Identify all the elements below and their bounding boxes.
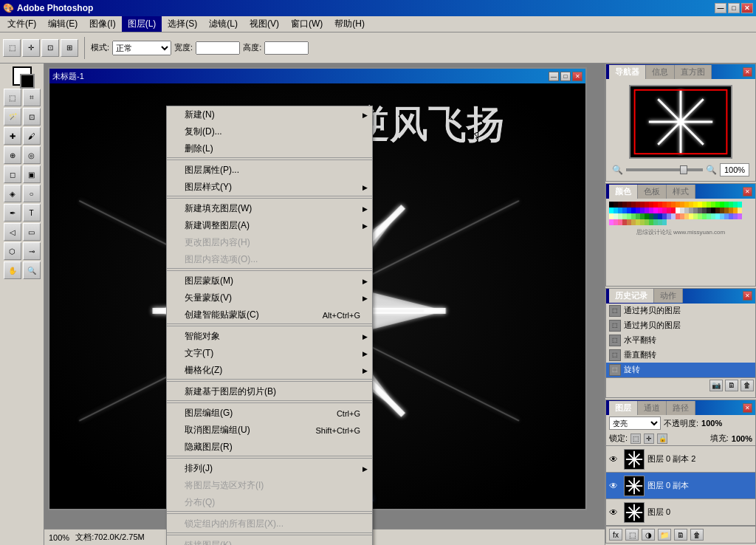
layer-mask-btn[interactable]: ⬚	[625, 529, 639, 541]
menu-file[interactable]: 文件(F)	[1, 16, 42, 32]
tab-actions[interactable]: 动作	[654, 289, 683, 303]
tool-text[interactable]: T	[23, 204, 41, 222]
lock-pos-btn[interactable]: ✛	[644, 433, 654, 444]
doc-minimize[interactable]: —	[549, 72, 559, 81]
history-delete-btn[interactable]: 🗑	[740, 380, 754, 391]
layer-new-btn[interactable]: 🗎	[674, 529, 687, 541]
menu-smart-object[interactable]: 智能对象	[167, 328, 372, 345]
menu-create-clipping[interactable]: 创建智能贴蒙版(C)Alt+Ctrl+G	[167, 306, 372, 323]
lock-pixels-btn[interactable]: ⬚	[630, 433, 641, 444]
layer-delete-btn[interactable]: 🗑	[690, 529, 704, 541]
tool-3d[interactable]: ⬡	[4, 242, 21, 260]
layer-group-btn[interactable]: 📁	[658, 529, 671, 541]
layer-row-2[interactable]: 👁 图层 0 副本	[606, 473, 755, 499]
menu-window[interactable]: 窗口(W)	[285, 16, 329, 32]
layer-adj-btn[interactable]: ◑	[642, 529, 655, 541]
menu-filter[interactable]: 滤镜(L)	[203, 16, 244, 32]
layer-eye-2[interactable]: 👁	[609, 481, 621, 491]
tab-swatches[interactable]: 色板	[638, 185, 667, 199]
tab-info[interactable]: 信息	[646, 65, 675, 79]
tool-marquee[interactable]: ⬚	[4, 89, 21, 106]
tool-magic-wand[interactable]: 🪄	[4, 108, 21, 126]
menu-hide-layers[interactable]: 隐藏图层(R)	[167, 439, 372, 456]
layer-eye-3[interactable]: 👁	[609, 507, 621, 518]
menu-rasterize[interactable]: 栅格化(Z)	[167, 362, 372, 379]
tool-zoom[interactable]: 🔍	[23, 261, 41, 279]
history-item-4[interactable]: ⬚ 垂直翻转	[606, 348, 755, 363]
tool-lasso[interactable]: ⌗	[23, 89, 41, 106]
tool-brush[interactable]: 🖌	[23, 127, 41, 145]
menu-group-layers[interactable]: 图层编组(G)Ctrl+G	[167, 405, 372, 422]
toolbar-select[interactable]: ⬚	[3, 39, 21, 57]
menu-layer[interactable]: 图层(L)	[122, 16, 162, 32]
menu-new-adj[interactable]: 新建调整图层(A)	[167, 217, 372, 234]
color-panel-close[interactable]: ✕	[743, 187, 752, 196]
color-swatch[interactable]	[738, 208, 742, 213]
nav-slider-thumb[interactable]	[680, 165, 687, 174]
tab-histogram[interactable]: 直方图	[675, 65, 712, 79]
menu-layer-props[interactable]: 图层属性(P)...	[167, 162, 372, 179]
tool-history-brush[interactable]: ◎	[23, 146, 41, 164]
menu-ungroup-layers[interactable]: 取消图层编组(U)Shift+Ctrl+G	[167, 422, 372, 439]
nav-zoom-input[interactable]	[720, 163, 749, 176]
menu-new-fill[interactable]: 新建填充图层(W)	[167, 200, 372, 217]
tool-shape[interactable]: ▭	[23, 223, 41, 241]
menu-layer-mask[interactable]: 图层蒙版(M)	[167, 272, 372, 289]
tab-color[interactable]: 颜色	[609, 185, 638, 199]
history-new-doc-btn[interactable]: 🗎	[725, 380, 738, 391]
menu-new-layer-slice[interactable]: 新建基于图层的切片(B)	[167, 383, 372, 400]
tab-layers[interactable]: 图层	[609, 401, 638, 415]
history-panel-close[interactable]: ✕	[743, 291, 752, 301]
color-swatch[interactable]	[738, 202, 742, 208]
history-item-5[interactable]: ⬚ 旋转	[606, 363, 755, 377]
menu-layer-style[interactable]: 图层样式(Y)	[167, 179, 372, 196]
nav-zoom-in-icon[interactable]: 🔍	[706, 165, 717, 175]
tool-hand[interactable]: ✋	[4, 261, 21, 279]
tab-paths[interactable]: 路径	[667, 401, 695, 415]
layer-fx-btn[interactable]: fx	[609, 529, 622, 541]
tool-gradient[interactable]: ▣	[23, 165, 41, 183]
tab-navigator[interactable]: 导航器	[609, 65, 646, 79]
tool-clone[interactable]: ⊕	[4, 146, 21, 164]
menu-vector-mask[interactable]: 矢量蒙版(V)	[167, 289, 372, 306]
menu-image[interactable]: 图像(I)	[83, 16, 121, 32]
menu-select[interactable]: 选择(S)	[162, 16, 203, 32]
nav-slider[interactable]	[626, 168, 703, 171]
menu-help[interactable]: 帮助(H)	[329, 16, 371, 32]
history-item-3[interactable]: ⬚ 水平翻转	[606, 333, 755, 348]
color-swatch[interactable]	[738, 213, 742, 219]
tab-history[interactable]: 历史记录	[609, 289, 654, 303]
tab-styles[interactable]: 样式	[667, 185, 695, 199]
doc-maximize[interactable]: □	[560, 72, 571, 81]
tab-channels[interactable]: 通道	[638, 401, 667, 415]
color-swatch[interactable]	[662, 219, 667, 225]
tool-pen[interactable]: ✒	[4, 204, 21, 222]
layers-panel-close[interactable]: ✕	[743, 403, 752, 413]
tool-path[interactable]: ◁	[4, 223, 21, 241]
maximize-button[interactable]: □	[728, 3, 740, 13]
nav-panel-close[interactable]: ✕	[743, 67, 752, 77]
menu-delete[interactable]: 删除(L)	[167, 140, 372, 157]
menu-type[interactable]: 文字(T)	[167, 345, 372, 362]
width-input[interactable]	[196, 41, 240, 55]
layer-blend-mode[interactable]: 变亮 正常 叠加	[609, 417, 661, 430]
menu-new[interactable]: 新建(N)	[167, 106, 372, 123]
layer-row-3[interactable]: 👁 图层 0	[606, 499, 755, 526]
tool-heal[interactable]: ✚	[4, 127, 21, 145]
history-item-1[interactable]: ⬚ 通过拷贝的图层	[606, 304, 755, 318]
menu-view[interactable]: 视图(V)	[244, 16, 285, 32]
tool-dodge[interactable]: ○	[23, 185, 41, 202]
blend-mode-select[interactable]: 正常	[112, 41, 171, 55]
toolbar-move[interactable]: ✛	[22, 39, 40, 57]
tool-blur[interactable]: ◈	[4, 185, 21, 202]
layer-eye-1[interactable]: 👁	[609, 454, 621, 465]
history-snapshot-btn[interactable]: 📷	[709, 380, 723, 391]
minimize-button[interactable]: —	[715, 3, 726, 13]
history-item-2[interactable]: ⬚ 通过拷贝的图层	[606, 318, 755, 333]
lock-all-btn[interactable]: 🔒	[657, 433, 667, 444]
menu-duplicate[interactable]: 复制(D)...	[167, 123, 372, 140]
doc-close[interactable]: ✕	[572, 72, 583, 81]
toolbar-crop[interactable]: ⊡	[41, 39, 59, 57]
tool-measure[interactable]: ⊸	[23, 242, 41, 260]
close-button[interactable]: ✕	[741, 3, 753, 13]
